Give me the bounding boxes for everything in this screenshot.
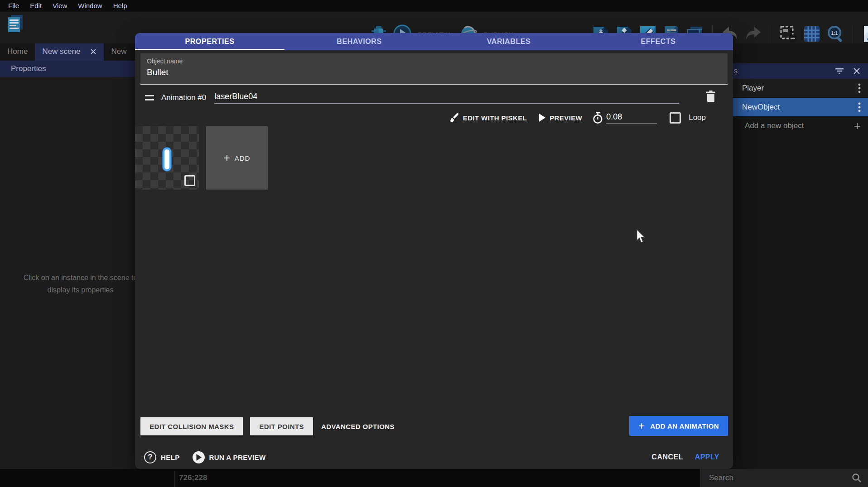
zoom-original-button[interactable]: 1:1 (826, 26, 844, 44)
time-between-frames-input[interactable] (606, 112, 657, 124)
add-object-plus-icon[interactable]: + (854, 119, 861, 133)
zoom-1-1-icon: 1:1 (826, 25, 844, 45)
add-an-animation-button[interactable]: + ADD AN ANIMATION (629, 416, 728, 436)
help-button[interactable]: HELP (161, 454, 180, 461)
close-tab-icon[interactable] (90, 48, 96, 55)
selection-mask-icon (779, 25, 797, 45)
animation-title: Animation #0 (161, 93, 206, 102)
frame-thumbnail[interactable] (135, 126, 199, 190)
loop-label: Loop (689, 113, 706, 122)
svg-text:1:1: 1:1 (831, 31, 838, 36)
object-menu-dots-icon[interactable] (858, 102, 861, 113)
delete-animation-button[interactable] (705, 90, 717, 103)
edit-points-button[interactable]: EDIT POINTS (250, 417, 313, 435)
plus-icon: + (224, 152, 230, 164)
run-a-preview-button[interactable]: RUN A PREVIEW (209, 454, 266, 461)
edit-with-piskel-button[interactable]: EDIT WITH PISKEL (449, 113, 527, 123)
apply-button[interactable]: APPLY (695, 453, 719, 461)
tab-home[interactable]: Home (0, 43, 35, 61)
dialog-tab-bar: PROPERTIES BEHAVIORS VARIABLES EFFECTS (135, 33, 733, 50)
preview-animation-button[interactable]: PREVIEW (539, 114, 582, 122)
plus-icon: + (638, 420, 645, 432)
objects-panel: s Player NewObject (733, 43, 868, 469)
brush-icon (449, 113, 459, 123)
tab-new-scene[interactable]: New scene (35, 43, 104, 61)
menu-bar: File Edit View Window Help (0, 0, 868, 12)
frame-select-checkbox[interactable] (184, 175, 195, 186)
cursor-coordinates: 726;228 (179, 469, 207, 487)
object-name-field-container: Object name (140, 53, 728, 85)
menu-file[interactable]: File (3, 0, 24, 12)
object-row-newobject[interactable]: NewObject (733, 98, 868, 117)
object-menu-dots-icon[interactable] (858, 83, 861, 94)
add-frame-button[interactable]: + ADD (206, 126, 268, 190)
object-name-input[interactable] (147, 67, 718, 77)
dialog-tab-behaviors[interactable]: BEHAVIORS (285, 33, 434, 50)
toggle-grid-button[interactable] (803, 26, 821, 44)
drag-handle-icon[interactable] (145, 95, 154, 100)
object-row-player[interactable]: Player (733, 79, 868, 98)
timer-icon (592, 112, 603, 124)
redo-button[interactable] (744, 26, 762, 44)
animation-tools-row: EDIT WITH PISKEL PREVIEW (135, 109, 733, 126)
redo-icon (744, 26, 762, 44)
object-search-box[interactable] (700, 469, 868, 487)
project-properties-button[interactable] (861, 26, 868, 44)
menu-view[interactable]: View (47, 0, 72, 12)
add-new-object-row[interactable]: Add a new object + (733, 117, 868, 135)
dialog-tab-variables[interactable]: VARIABLES (434, 33, 583, 50)
toolbar-divider (853, 25, 853, 44)
animation-name-input[interactable] (214, 92, 679, 104)
help-icon[interactable]: ? (144, 451, 156, 463)
animation-header-row: Animation #0 (135, 89, 733, 107)
status-bar: 726;228 (0, 469, 868, 487)
trash-icon (705, 90, 716, 103)
run-preview-icon[interactable] (193, 451, 205, 463)
project-manager-button[interactable] (6, 15, 24, 33)
bullet-sprite-image (163, 148, 171, 171)
object-name-label: Object name (147, 57, 721, 65)
search-icon (852, 473, 862, 483)
dialog-tab-properties[interactable]: PROPERTIES (135, 33, 285, 50)
dialog-tab-effects[interactable]: EFFECTS (583, 33, 733, 50)
properties-panel-title: Properties (11, 64, 46, 73)
mouse-cursor (635, 229, 647, 245)
search-input[interactable] (700, 473, 852, 482)
dialog-secondary-actions: EDIT COLLISION MASKS EDIT POINTS ADVANCE… (135, 417, 733, 435)
objects-panel-title-partial: s (734, 67, 738, 75)
play-icon (539, 114, 545, 122)
status-divider (174, 471, 175, 487)
cancel-button[interactable]: CANCEL (651, 453, 683, 461)
object-editor-dialog: PROPERTIES BEHAVIORS VARIABLES EFFECTS O… (135, 33, 733, 469)
dialog-footer: ? HELP RUN A PREVIEW CANCEL APPLY (135, 448, 733, 467)
objects-panel-header: s (733, 63, 868, 79)
frames-strip: + ADD (135, 126, 268, 190)
wrench-document-icon (861, 25, 868, 45)
loop-checkbox[interactable] (670, 112, 681, 124)
grid-icon (803, 25, 821, 45)
project-manager-icon (5, 13, 25, 36)
filter-icon[interactable] (833, 64, 846, 78)
toggle-mask-button[interactable] (779, 26, 797, 44)
menu-help[interactable]: Help (108, 0, 133, 12)
menu-edit[interactable]: Edit (24, 0, 47, 12)
edit-collision-masks-button[interactable]: EDIT COLLISION MASKS (140, 417, 243, 435)
toolbar-divider (771, 25, 771, 44)
menu-window[interactable]: Window (72, 0, 107, 12)
tab-next-partial[interactable]: New (104, 43, 134, 61)
gdevelop-window: File Edit View Window Help (0, 0, 868, 487)
advanced-options-button[interactable]: ADVANCED OPTIONS (321, 423, 395, 430)
close-panel-icon[interactable] (850, 64, 863, 78)
